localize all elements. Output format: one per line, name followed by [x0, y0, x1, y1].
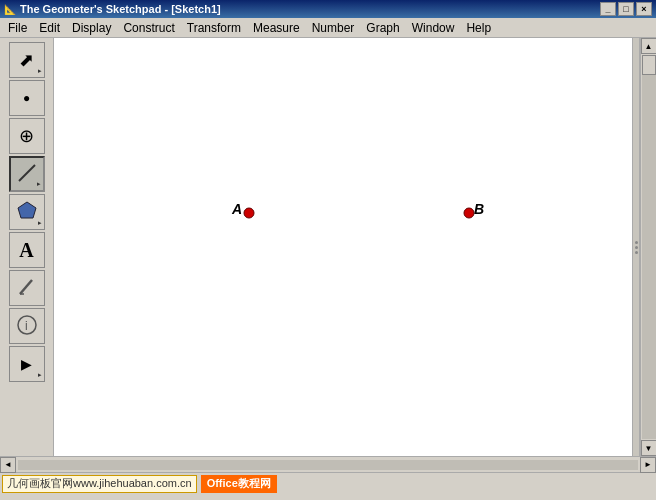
canvas-area[interactable]: A B	[54, 38, 632, 456]
scroll-thumb-right[interactable]	[642, 55, 656, 75]
scrollbar-right: ▲ ▼	[640, 38, 656, 456]
svg-text:i: i	[25, 319, 28, 333]
title-controls: _ □ ×	[600, 2, 652, 16]
scrollbar-bottom: ◄ ►	[0, 456, 656, 472]
splitter-dots	[635, 241, 638, 254]
menu-item-transform[interactable]: Transform	[181, 19, 247, 37]
tool-straightedge[interactable]: ▸	[9, 156, 45, 192]
scroll-track-bottom	[18, 460, 638, 470]
splitter-dot	[635, 251, 638, 254]
tool-hand[interactable]: ▶▸	[9, 346, 45, 382]
tool-arrow[interactable]: ⬈▸	[9, 42, 45, 78]
office-text: Office教程网	[207, 476, 271, 491]
svg-marker-1	[18, 202, 36, 218]
polygon-icon	[16, 200, 38, 225]
minimize-button[interactable]: _	[600, 2, 616, 16]
tool-marker[interactable]	[9, 270, 45, 306]
menu-bar: FileEditDisplayConstructTransformMeasure…	[0, 18, 656, 38]
splitter-dot	[635, 241, 638, 244]
compass-icon: ⊕	[19, 127, 34, 145]
scroll-right-button[interactable]: ►	[640, 457, 656, 473]
menu-item-edit[interactable]: Edit	[33, 19, 66, 37]
tool-info[interactable]: i	[9, 308, 45, 344]
menu-item-measure[interactable]: Measure	[247, 19, 306, 37]
splitter[interactable]	[632, 38, 640, 456]
marker-icon	[16, 276, 38, 301]
website-label: 几何画板官网www.jihehuaban.com.cn	[2, 475, 197, 493]
arrow-arrow-icon: ▸	[38, 67, 42, 75]
menu-item-window[interactable]: Window	[406, 19, 461, 37]
menu-item-graph[interactable]: Graph	[360, 19, 405, 37]
point-icon: ●	[23, 92, 30, 104]
tool-point[interactable]: ●	[9, 80, 45, 116]
main-layout: ⬈▸●⊕▸▸Ai▶▸ A B	[0, 38, 656, 456]
svg-line-2	[20, 280, 32, 294]
label-a: A	[232, 201, 242, 217]
svg-point-8	[464, 208, 474, 218]
arrow-icon: ⬈	[19, 51, 34, 69]
polygon-arrow-icon: ▸	[38, 219, 42, 227]
info-icon: i	[16, 314, 38, 339]
title-bar-left: 📐 The Geometer's Sketchpad - [Sketch1]	[4, 3, 221, 15]
app-icon: 📐	[4, 4, 16, 15]
maximize-button[interactable]: □	[618, 2, 634, 16]
splitter-dot	[635, 246, 638, 249]
toolbar: ⬈▸●⊕▸▸Ai▶▸	[0, 38, 54, 456]
scroll-up-button[interactable]: ▲	[641, 38, 657, 54]
geometry-canvas	[54, 38, 632, 456]
menu-item-display[interactable]: Display	[66, 19, 117, 37]
tool-text[interactable]: A	[9, 232, 45, 268]
menu-item-construct[interactable]: Construct	[117, 19, 180, 37]
title-text: The Geometer's Sketchpad - [Sketch1]	[20, 3, 221, 15]
tool-polygon[interactable]: ▸	[9, 194, 45, 230]
status-bar: 几何画板官网www.jihehuaban.com.cn Office教程网	[0, 472, 656, 494]
office-link[interactable]: Office教程网	[201, 475, 277, 493]
label-b: B	[474, 201, 484, 217]
menu-item-file[interactable]: File	[2, 19, 33, 37]
close-button[interactable]: ×	[636, 2, 652, 16]
scroll-down-button[interactable]: ▼	[641, 440, 657, 456]
text-icon: A	[19, 240, 33, 260]
svg-line-0	[19, 165, 35, 181]
menu-item-help[interactable]: Help	[460, 19, 497, 37]
title-bar: 📐 The Geometer's Sketchpad - [Sketch1] _…	[0, 0, 656, 18]
hand-icon: ▶	[21, 357, 32, 371]
menu-item-number[interactable]: Number	[306, 19, 361, 37]
straightedge-icon	[16, 162, 38, 187]
scroll-left-button[interactable]: ◄	[0, 457, 16, 473]
tool-compass[interactable]: ⊕	[9, 118, 45, 154]
svg-point-7	[244, 208, 254, 218]
straightedge-arrow-icon: ▸	[37, 180, 41, 188]
scroll-track-right	[642, 55, 656, 439]
hand-arrow-icon: ▸	[38, 371, 42, 379]
